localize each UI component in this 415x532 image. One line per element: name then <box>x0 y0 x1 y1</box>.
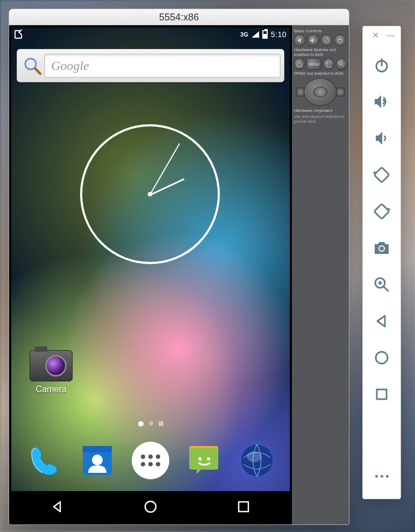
svg-point-6 <box>92 455 103 465</box>
emulator-window: 5554:x86 3G 5:10 <box>9 9 349 525</box>
svg-rect-31 <box>377 389 387 399</box>
page-indicator <box>11 421 290 427</box>
camera-icon <box>30 350 73 381</box>
search-placeholder: Google <box>51 59 89 73</box>
svg-point-14 <box>145 501 156 512</box>
window-title: 5554:x86 <box>159 12 199 23</box>
page-dot <box>159 421 163 426</box>
navigation-bar <box>11 491 290 522</box>
app-drawer-button[interactable] <box>130 440 171 481</box>
skin-dpad-note: not enabled in AVD <box>307 71 344 76</box>
svg-rect-8 <box>189 448 218 470</box>
svg-line-27 <box>384 287 388 291</box>
toolbar-power-button[interactable] <box>371 54 392 76</box>
svg-point-10 <box>207 457 210 460</box>
svg-rect-23 <box>374 204 389 219</box>
toolbar-back-button[interactable] <box>371 310 392 332</box>
status-bar[interactable]: 3G 5:10 <box>11 27 290 41</box>
sdcard-icon <box>15 30 22 39</box>
svg-rect-15 <box>239 502 248 512</box>
toolbar-volume-down-button[interactable] <box>371 127 392 149</box>
svg-point-18 <box>339 62 342 65</box>
skin-rotate-button[interactable] <box>321 34 333 46</box>
app-messaging[interactable] <box>183 440 224 481</box>
nav-home-button[interactable] <box>140 496 161 517</box>
svg-line-19 <box>342 65 344 67</box>
svg-rect-22 <box>374 167 389 182</box>
statusbar-clock: 5:10 <box>271 30 287 39</box>
search-icon <box>20 54 44 77</box>
skin-dpad-title: DPAD <box>294 71 306 76</box>
app-browser[interactable] <box>237 440 277 481</box>
skin-menu-button[interactable]: MENU <box>306 58 321 70</box>
window-titlebar[interactable]: 5554:x86 <box>9 9 349 25</box>
clock-widget[interactable] <box>80 124 220 264</box>
emulator-toolbar: ✕ — <box>362 26 401 499</box>
skin-back-button[interactable] <box>323 58 334 70</box>
app-contacts[interactable] <box>77 440 118 481</box>
toolbar-rotate-right-button[interactable] <box>371 201 392 222</box>
svg-point-30 <box>376 352 388 364</box>
skin-keyboard-title: Hardware Keyboard <box>294 108 347 113</box>
toolbar-rotate-left-button[interactable] <box>371 164 392 186</box>
favorites-tray <box>11 431 290 490</box>
toolbar-screenshot-button[interactable] <box>371 237 392 259</box>
toolbar-overview-button[interactable] <box>371 384 392 405</box>
nav-back-button[interactable] <box>47 496 68 517</box>
toolbar-close-button[interactable]: ✕ <box>372 32 379 39</box>
skin-vol-down-button[interactable] <box>294 34 306 46</box>
battery-icon <box>262 30 268 39</box>
page-dot-current <box>138 421 144 427</box>
search-input[interactable]: Google <box>44 54 281 77</box>
google-search-widget[interactable]: Google <box>17 49 284 82</box>
toolbar-volume-up-button[interactable] <box>371 91 392 112</box>
app-camera[interactable]: Camera <box>24 350 78 394</box>
network-indicator: 3G <box>240 32 248 37</box>
skin-basic-title: Basic Controls <box>294 29 347 33</box>
svg-point-13 <box>247 451 262 462</box>
toolbar-home-button[interactable] <box>371 347 392 368</box>
skin-keyboard-note: Use your physical keyboard to provide in… <box>294 114 347 124</box>
app-phone[interactable] <box>24 440 65 481</box>
skin-power-button[interactable] <box>334 34 346 46</box>
skin-home-button[interactable] <box>294 58 305 70</box>
device-frame: 3G 5:10 <box>9 25 292 524</box>
svg-point-25 <box>380 246 384 251</box>
page-dot <box>149 421 153 425</box>
skin-dpad[interactable] <box>296 78 345 106</box>
svg-rect-5 <box>83 446 112 452</box>
skin-search-button[interactable] <box>336 58 347 70</box>
signal-icon <box>252 31 259 38</box>
toolbar-more-button[interactable] <box>371 465 392 487</box>
toolbar-zoom-button[interactable] <box>371 274 392 295</box>
emulator-skin-panel: Basic Controls Hardware Buttons not enab… <box>292 25 349 525</box>
toolbar-minimize-button[interactable]: — <box>387 32 395 39</box>
nav-recents-button[interactable] <box>233 496 254 517</box>
skin-vol-up-button[interactable] <box>307 34 319 46</box>
camera-label: Camera <box>24 385 78 394</box>
svg-point-9 <box>198 457 202 460</box>
skin-hw-title: Hardware Buttons <box>294 47 328 52</box>
